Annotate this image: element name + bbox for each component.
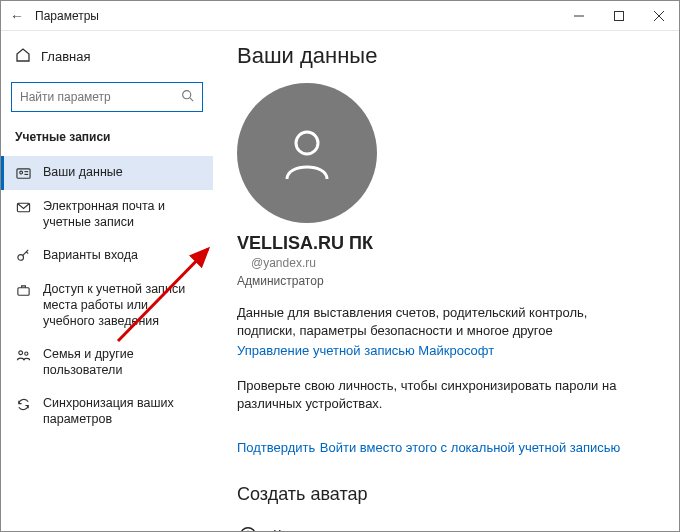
avatar: [237, 83, 377, 223]
search-input[interactable]: [20, 90, 181, 104]
sidebar-item-label: Семья и другие пользователи: [43, 347, 199, 378]
titlebar: ← Параметры: [1, 1, 679, 31]
svg-point-7: [19, 171, 22, 174]
user-email: @yandex.ru: [237, 256, 655, 270]
sync-icon: [15, 397, 31, 412]
svg-point-16: [24, 352, 27, 355]
svg-point-15: [18, 351, 22, 355]
avatar-heading: Создать аватар: [237, 484, 655, 505]
user-name: VELLISA.RU ПК: [237, 233, 655, 254]
search-box[interactable]: [11, 82, 203, 112]
sidebar-item-family[interactable]: Семья и другие пользователи: [1, 338, 213, 387]
svg-point-17: [296, 132, 318, 154]
sidebar-item-label: Варианты входа: [43, 248, 199, 264]
user-role: Администратор: [237, 274, 655, 288]
maximize-button[interactable]: [599, 1, 639, 31]
sidebar-item-label: Синхронизация ваших параметров: [43, 396, 199, 427]
svg-point-4: [183, 91, 191, 99]
sidebar-nav: Ваши данные Электронная почта и учетные …: [1, 156, 213, 437]
sidebar-item-email[interactable]: Электронная почта и учетные записи: [1, 190, 213, 239]
home-label: Главная: [41, 49, 90, 64]
sidebar-item-your-info[interactable]: Ваши данные: [1, 156, 213, 190]
window-body: Главная Учетные записи Ваши данные Элект…: [1, 31, 679, 531]
svg-rect-1: [615, 11, 624, 20]
billing-text: Данные для выставления счетов, родительс…: [237, 304, 617, 339]
svg-line-5: [190, 98, 193, 101]
svg-rect-6: [16, 169, 29, 178]
sidebar-item-label: Доступ к учетной записи места работы или…: [43, 282, 199, 329]
local-account-link[interactable]: Войти вместо этого с локальной учетной з…: [320, 440, 621, 455]
search-icon: [181, 88, 194, 106]
sidebar-item-sync[interactable]: Синхронизация ваших параметров: [1, 387, 213, 436]
home-link[interactable]: Главная: [1, 41, 213, 72]
verify-text: Проверьте свою личность, чтобы синхрониз…: [237, 377, 617, 412]
sidebar-item-label: Ваши данные: [43, 165, 199, 181]
close-button[interactable]: [639, 1, 679, 31]
svg-rect-14: [17, 288, 28, 296]
manage-account-link[interactable]: Управление учетной записью Майкрософт: [237, 343, 494, 358]
svg-point-18: [241, 528, 256, 531]
svg-line-13: [26, 252, 28, 254]
person-card-icon: [15, 166, 31, 181]
key-icon: [15, 249, 31, 264]
camera-icon: [237, 525, 259, 531]
camera-label: Камера: [273, 527, 322, 531]
verify-link[interactable]: Подтвердить: [237, 440, 315, 455]
sidebar-item-label: Электронная почта и учетные записи: [43, 199, 199, 230]
sidebar: Главная Учетные записи Ваши данные Элект…: [1, 31, 213, 531]
minimize-button[interactable]: [559, 1, 599, 31]
svg-point-11: [17, 255, 23, 261]
mail-icon: [15, 200, 31, 215]
people-icon: [15, 348, 31, 363]
briefcase-icon: [15, 283, 31, 298]
home-icon: [15, 47, 31, 66]
back-button[interactable]: ←: [1, 8, 33, 24]
content-area: Ваши данные VELLISA.RU ПК @yandex.ru Адм…: [213, 31, 679, 531]
sidebar-item-work-access[interactable]: Доступ к учетной записи места работы или…: [1, 273, 213, 338]
page-title: Ваши данные: [237, 43, 655, 69]
settings-window: ← Параметры Главная: [0, 0, 680, 532]
window-title: Параметры: [33, 9, 99, 23]
sidebar-section-title: Учетные записи: [1, 126, 213, 156]
sidebar-item-signin-options[interactable]: Варианты входа: [1, 239, 213, 273]
camera-option[interactable]: Камера: [237, 519, 655, 531]
